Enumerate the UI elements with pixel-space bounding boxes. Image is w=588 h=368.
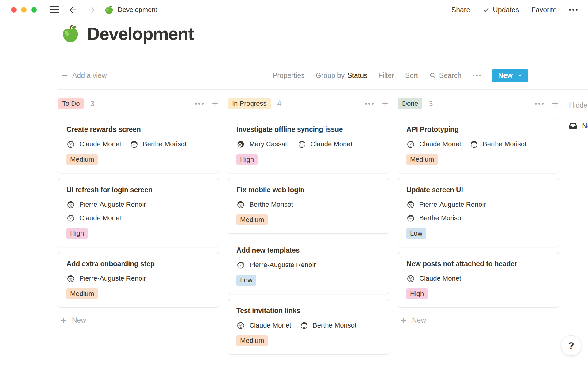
assignee-name: Claude Monet bbox=[79, 140, 121, 148]
column-more-icon[interactable] bbox=[365, 103, 374, 105]
favorite-button[interactable]: Favorite bbox=[531, 6, 557, 14]
page-title[interactable]: Development bbox=[87, 23, 194, 44]
assignee-name: Pierre-Auguste Renoir bbox=[419, 201, 486, 209]
card-title: Update screen UI bbox=[406, 186, 551, 194]
priority-badge: Low bbox=[406, 228, 426, 239]
assignee-name: Claude Monet bbox=[249, 321, 291, 329]
status-pill-in-progress[interactable]: In Progress bbox=[228, 98, 271, 109]
sidebar-menu-icon[interactable] bbox=[50, 6, 59, 13]
priority-badge: Low bbox=[236, 275, 256, 286]
card-test-invitation-links[interactable]: Test invitation links Claude Monet Berth… bbox=[228, 299, 389, 355]
window-titlebar: Development Share Updates Favorite bbox=[0, 0, 588, 20]
page-icon-green-apple[interactable] bbox=[61, 24, 80, 44]
traffic-lights bbox=[11, 7, 37, 13]
group-by-button[interactable]: Group by Status bbox=[316, 71, 368, 80]
priority-badge: Medium bbox=[66, 288, 98, 299]
new-card-button[interactable]: New bbox=[400, 316, 559, 324]
column-add-card-icon[interactable] bbox=[211, 100, 219, 108]
card-title: Fix mobile web login bbox=[236, 186, 381, 194]
card-fix-mobile-web-login[interactable]: Fix mobile web login Berthe Morisot Medi… bbox=[228, 178, 389, 234]
add-view-label: Add a view bbox=[72, 71, 107, 80]
more-options-icon[interactable] bbox=[569, 9, 578, 11]
assignee-name: Mary Cassatt bbox=[249, 140, 289, 148]
assignee: Berthe Morisot bbox=[406, 214, 551, 222]
card-api-prototyping[interactable]: API Prototyping Claude Monet Berthe Mori… bbox=[398, 118, 559, 173]
avatar-berthe-morisot bbox=[130, 140, 138, 148]
hidden-columns-label[interactable]: Hidden bbox=[569, 101, 588, 109]
column-header: Done 3 bbox=[398, 98, 559, 110]
avatar-claude-monet bbox=[66, 140, 75, 148]
help-button[interactable]: ? bbox=[561, 335, 581, 356]
assignee-name: Berthe Morisot bbox=[249, 201, 293, 209]
minimize-window-button[interactable] bbox=[21, 7, 27, 13]
hidden-group-label: No Status bbox=[582, 122, 588, 130]
priority-badge: Medium bbox=[236, 214, 268, 225]
search-button[interactable]: Search bbox=[429, 71, 462, 80]
assignee-name: Claude Monet bbox=[79, 214, 121, 222]
assignee: Berthe Morisot bbox=[300, 321, 356, 330]
assignee-name: Pierre-Auguste Renoir bbox=[249, 261, 316, 269]
card-add-extra-onboarding-step[interactable]: Add extra onboarding step Pierre-Auguste… bbox=[58, 252, 219, 308]
add-view-button[interactable]: Add a view bbox=[61, 71, 107, 80]
card-title: API Prototyping bbox=[406, 125, 551, 134]
avatar-claude-monet bbox=[406, 140, 415, 148]
card-ui-refresh-for-login-screen[interactable]: UI refresh for login screen Pierre-Augus… bbox=[58, 178, 219, 247]
avatar-berthe-morisot bbox=[406, 214, 415, 222]
share-button[interactable]: Share bbox=[451, 6, 470, 14]
column-header: To Do 3 bbox=[58, 98, 219, 110]
avatar-claude-monet bbox=[298, 140, 306, 148]
new-card-button[interactable]: New bbox=[60, 316, 219, 324]
new-button[interactable]: New bbox=[492, 69, 528, 82]
assignee: Claude Monet bbox=[406, 274, 461, 283]
avatar-pierre-auguste-renoir bbox=[406, 200, 415, 209]
hidden-group-no-status[interactable]: No Status bbox=[568, 121, 588, 131]
plus-icon bbox=[400, 317, 407, 324]
column-count: 3 bbox=[90, 100, 94, 108]
chevron-down-icon bbox=[517, 72, 523, 79]
view-toolbar: Add a view Properties Group by Status Fi… bbox=[61, 68, 588, 83]
new-button-label: New bbox=[498, 71, 513, 80]
card-add-new-templates[interactable]: Add new templates Pierre-Auguste Renoir … bbox=[228, 239, 389, 294]
column-done: Done 3 API Prototyping Claude Monet Bert… bbox=[398, 98, 559, 324]
card-investigate-offline-syncing-issue[interactable]: Investigate offline syncing issue Mary C… bbox=[228, 118, 389, 173]
help-question-mark: ? bbox=[568, 340, 574, 351]
forward-arrow-icon[interactable] bbox=[86, 5, 96, 15]
column-more-icon[interactable] bbox=[195, 103, 204, 105]
avatar-claude-monet bbox=[66, 214, 75, 222]
card-create-rewards-screen[interactable]: Create rewards screen Claude Monet Berth… bbox=[58, 118, 219, 173]
priority-badge: Medium bbox=[406, 154, 438, 165]
assignee-name: Claude Monet bbox=[311, 140, 352, 148]
card-update-screen-ui[interactable]: Update screen UI Pierre-Auguste Renoir B… bbox=[398, 178, 559, 247]
assignee-name: Claude Monet bbox=[419, 140, 461, 148]
assignee-name: Berthe Morisot bbox=[419, 214, 463, 222]
column-count: 3 bbox=[429, 100, 433, 108]
column-count: 4 bbox=[277, 100, 281, 108]
card-title: Create rewards screen bbox=[66, 125, 211, 134]
sort-button[interactable]: Sort bbox=[405, 71, 418, 80]
status-pill-done[interactable]: Done bbox=[398, 98, 422, 109]
column-add-card-icon[interactable] bbox=[551, 100, 559, 108]
card-title: Add extra onboarding step bbox=[66, 260, 211, 268]
avatar-berthe-morisot bbox=[236, 200, 245, 209]
avatar-mary-cassatt bbox=[236, 140, 245, 148]
zoom-window-button[interactable] bbox=[31, 7, 37, 13]
assignee: Berthe Morisot bbox=[470, 140, 526, 148]
view-more-options-icon[interactable] bbox=[473, 75, 481, 76]
card-new-posts-not-attached-to-header[interactable]: New posts not attached to header Claude … bbox=[398, 252, 559, 308]
column-more-icon[interactable] bbox=[535, 103, 544, 105]
filter-button[interactable]: Filter bbox=[379, 71, 394, 80]
updates-button[interactable]: Updates bbox=[482, 6, 519, 14]
toolbar-divider bbox=[58, 89, 588, 90]
breadcrumb-page-title[interactable]: Development bbox=[118, 6, 157, 14]
column-add-card-icon[interactable] bbox=[381, 100, 389, 108]
back-arrow-icon[interactable] bbox=[68, 5, 78, 15]
group-by-label: Group by bbox=[316, 71, 345, 80]
assignee: Claude Monet bbox=[236, 321, 291, 330]
assignee-name: Berthe Morisot bbox=[143, 140, 187, 148]
status-pill-to-do[interactable]: To Do bbox=[58, 98, 84, 109]
properties-button[interactable]: Properties bbox=[273, 71, 305, 80]
close-window-button[interactable] bbox=[11, 7, 17, 13]
assignee: Pierre-Auguste Renoir bbox=[66, 200, 211, 209]
column-header: In Progress 4 bbox=[228, 98, 389, 110]
assignee-name: Berthe Morisot bbox=[483, 140, 526, 148]
